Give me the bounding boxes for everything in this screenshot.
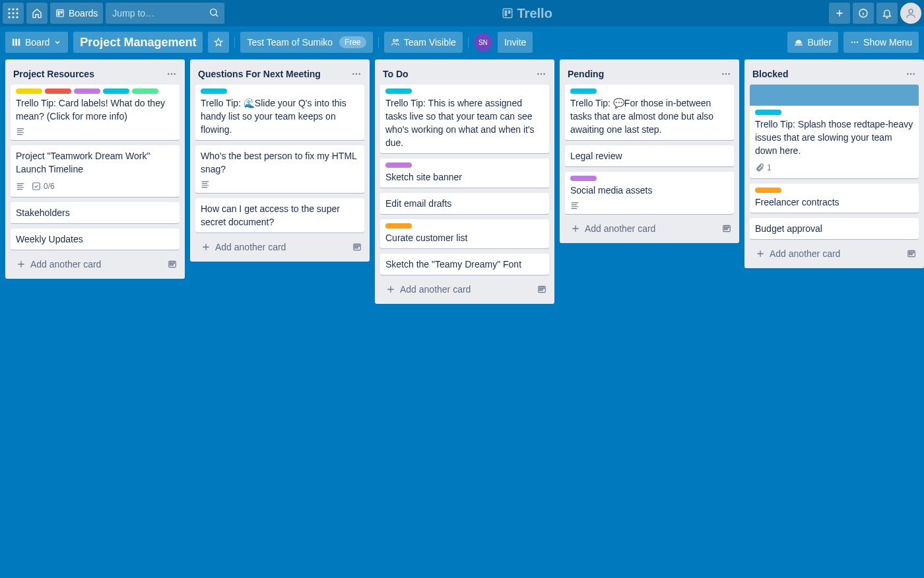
cards-container: Trello Tip: Splash those redtape-heavy i… bbox=[744, 85, 924, 239]
svg-point-40 bbox=[541, 73, 542, 75]
label-pill[interactable] bbox=[103, 89, 129, 94]
label-pill[interactable] bbox=[385, 223, 412, 229]
invite-button[interactable]: Invite bbox=[498, 32, 533, 53]
svg-rect-11 bbox=[61, 11, 63, 14]
member-avatar[interactable]: SN bbox=[474, 33, 492, 52]
card[interactable]: Freelancer contracts bbox=[750, 184, 919, 213]
list-menu-button[interactable] bbox=[718, 66, 734, 82]
card-template-button[interactable] bbox=[904, 246, 919, 261]
label-pill[interactable] bbox=[132, 89, 158, 94]
card[interactable]: Social media assets bbox=[565, 172, 734, 214]
star-button[interactable] bbox=[208, 32, 229, 53]
cards-container: Trello Tip: 💬For those in-between tasks … bbox=[560, 85, 739, 214]
list-menu-button[interactable] bbox=[348, 66, 364, 82]
add-card-button[interactable]: Add another card bbox=[750, 244, 904, 263]
show-menu-button[interactable]: Show Menu bbox=[843, 32, 919, 53]
card-text: Trello Tip: Card labels! What do they me… bbox=[16, 96, 174, 123]
list-title[interactable]: Blocked bbox=[752, 69, 788, 79]
list-title[interactable]: Pending bbox=[568, 69, 604, 79]
list-menu-button[interactable] bbox=[164, 66, 180, 82]
card[interactable]: Legal review bbox=[565, 145, 734, 166]
list-title[interactable]: Project Resources bbox=[13, 69, 94, 79]
team-button[interactable]: Test Team of Sumiko Free bbox=[240, 32, 372, 53]
list-title[interactable]: Questions For Next Meeting bbox=[198, 69, 321, 79]
label-pill[interactable] bbox=[201, 89, 227, 94]
card-template-button[interactable] bbox=[350, 240, 364, 254]
add-card-row: Add another card bbox=[5, 250, 185, 279]
butler-button[interactable]: Butler bbox=[787, 32, 838, 53]
card[interactable]: Curate customer list bbox=[380, 219, 549, 248]
label-pill[interactable] bbox=[570, 89, 597, 94]
svg-point-22 bbox=[396, 40, 398, 42]
bell-icon bbox=[882, 8, 892, 18]
attachment-badge: 1 bbox=[755, 161, 772, 174]
svg-point-27 bbox=[171, 73, 172, 75]
boards-button[interactable]: Boards bbox=[50, 3, 103, 24]
label-pill[interactable] bbox=[385, 163, 412, 168]
plus-icon bbox=[755, 248, 766, 259]
label-pill[interactable] bbox=[45, 89, 71, 94]
board-title[interactable]: Project Management bbox=[73, 32, 203, 53]
attachment-icon bbox=[755, 163, 764, 172]
apps-button[interactable] bbox=[3, 3, 24, 24]
star-icon bbox=[214, 38, 223, 47]
add-card-button[interactable]: Add another card bbox=[11, 255, 165, 273]
card-template-button[interactable] bbox=[165, 257, 180, 271]
list: Questions For Next MeetingTrello Tip: 🌊S… bbox=[190, 59, 370, 262]
svg-point-26 bbox=[168, 73, 169, 75]
info-button[interactable] bbox=[853, 3, 874, 24]
visibility-button[interactable]: Team Visible bbox=[384, 32, 463, 53]
card-cover bbox=[750, 85, 919, 106]
add-card-button[interactable]: Add another card bbox=[565, 219, 719, 238]
label-pill[interactable] bbox=[385, 89, 412, 94]
list-title[interactable]: To Do bbox=[383, 69, 409, 79]
card[interactable]: Sketch site banner bbox=[380, 159, 549, 188]
card[interactable]: Trello Tip: This is where assigned tasks… bbox=[380, 85, 549, 153]
card[interactable]: Trello Tip: 🌊Slide your Q's into this ha… bbox=[195, 85, 364, 140]
butler-icon bbox=[794, 38, 803, 47]
svg-point-5 bbox=[16, 12, 18, 14]
card-text: Curate customer list bbox=[385, 231, 544, 244]
card[interactable]: Trello Tip: Card labels! What do they me… bbox=[11, 85, 180, 140]
card[interactable]: How can I get access to the super secret… bbox=[195, 198, 364, 233]
add-card-button[interactable]: Add another card bbox=[195, 238, 350, 256]
user-icon bbox=[905, 7, 917, 19]
list-header: Pending bbox=[560, 59, 739, 85]
card[interactable]: Edit email drafts bbox=[380, 193, 549, 214]
card[interactable]: Trello Tip: Splash those redtape-heavy i… bbox=[750, 85, 919, 178]
template-icon bbox=[907, 249, 916, 258]
svg-point-8 bbox=[16, 16, 18, 18]
card[interactable]: Trello Tip: 💬For those in-between tasks … bbox=[565, 85, 734, 140]
card[interactable]: Sketch the "Teamy Dreamy" Font bbox=[380, 254, 549, 275]
notifications-button[interactable] bbox=[876, 3, 898, 24]
card[interactable]: Weekly Updates bbox=[11, 229, 180, 250]
add-card-button[interactable]: Add another card bbox=[380, 280, 535, 299]
cards-container: Trello Tip: Card labels! What do they me… bbox=[5, 85, 185, 250]
board-view-button[interactable]: Board bbox=[5, 32, 68, 53]
description-badge bbox=[570, 201, 579, 210]
list: BlockedTrello Tip: Splash those redtape-… bbox=[744, 59, 924, 268]
card-text: Who's the best person to fix my HTML sna… bbox=[201, 149, 359, 176]
template-icon bbox=[537, 285, 546, 294]
label-pill[interactable] bbox=[74, 89, 100, 94]
home-button[interactable] bbox=[26, 3, 48, 24]
svg-point-23 bbox=[851, 42, 853, 43]
label-pill[interactable] bbox=[755, 110, 781, 115]
card[interactable]: Budget approval bbox=[750, 218, 919, 239]
board-view-label: Board bbox=[25, 37, 50, 48]
label-pill[interactable] bbox=[570, 176, 597, 181]
list-menu-button[interactable] bbox=[903, 66, 919, 82]
search-input[interactable] bbox=[106, 3, 224, 24]
card[interactable]: Stakeholders bbox=[11, 202, 180, 223]
card-template-button[interactable] bbox=[535, 282, 549, 297]
list-menu-button[interactable] bbox=[533, 66, 549, 82]
card-template-button[interactable] bbox=[719, 221, 734, 236]
label-pill[interactable] bbox=[755, 188, 781, 193]
card[interactable]: Who's the best person to fix my HTML sna… bbox=[195, 145, 364, 193]
account-avatar[interactable] bbox=[900, 3, 921, 24]
create-button[interactable] bbox=[829, 3, 850, 24]
list-header: Questions For Next Meeting bbox=[190, 59, 370, 85]
label-pill[interactable] bbox=[16, 89, 42, 94]
card[interactable]: Project "Teamwork Dream Work" Launch Tim… bbox=[11, 145, 180, 197]
board-header: Board Project Management Test Team of Su… bbox=[0, 26, 924, 55]
